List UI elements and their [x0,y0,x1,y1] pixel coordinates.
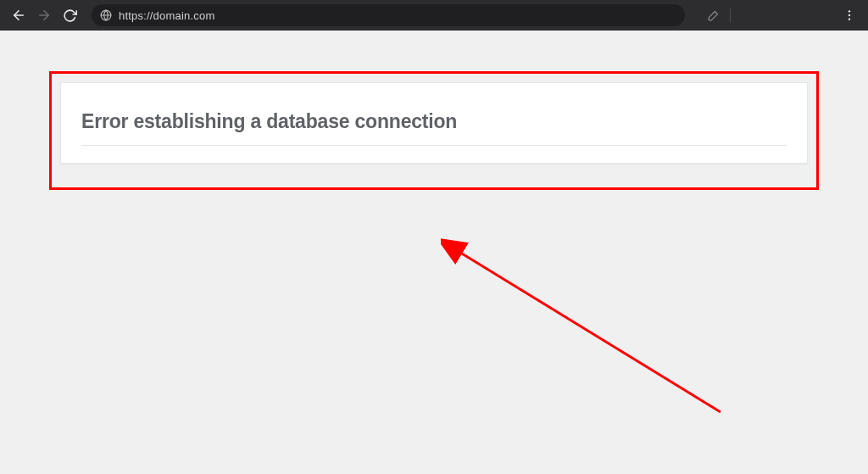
address-bar[interactable]: https://domain.com [92,4,685,26]
error-heading: Error establishing a database connection [81,110,787,146]
page-viewport: Error establishing a database connection [0,31,868,474]
back-button[interactable] [7,3,31,27]
svg-point-4 [849,10,850,12]
menu-button[interactable] [837,3,861,27]
reload-button[interactable] [58,3,81,27]
globe-icon [100,9,112,21]
wand-icon [707,9,720,22]
annotation-highlight-box: Error establishing a database connection [49,71,819,190]
svg-point-6 [849,18,850,20]
separator [730,8,731,23]
arrow-left-icon [11,8,26,23]
extension-button[interactable] [701,3,725,27]
svg-point-5 [849,14,850,16]
error-card: Error establishing a database connection [60,82,808,164]
arrow-right-icon [36,8,52,23]
url-text: https://domain.com [119,9,214,22]
annotation-arrow [441,234,746,446]
toolbar-right [701,3,861,27]
browser-toolbar: https://domain.com [0,0,868,31]
more-vertical-icon [843,8,856,22]
reload-icon [63,8,77,23]
forward-button[interactable] [32,3,56,27]
svg-line-8 [458,251,721,412]
